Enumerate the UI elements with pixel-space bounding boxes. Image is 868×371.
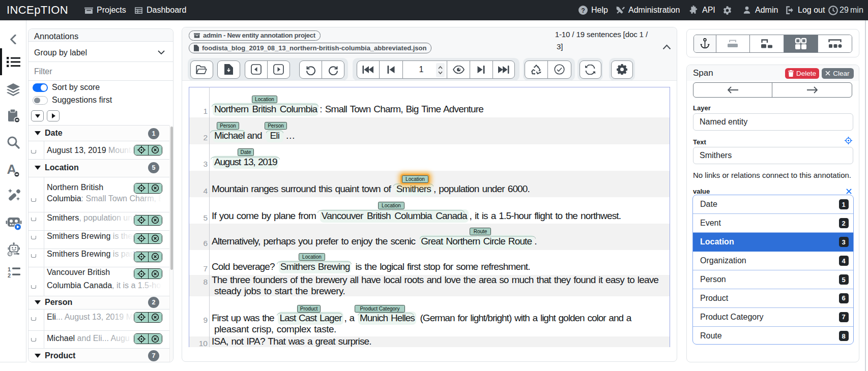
svg-text:1: 1 <box>8 266 11 272</box>
svg-text:?: ? <box>581 7 585 14</box>
svg-text:2: 2 <box>8 272 11 279</box>
